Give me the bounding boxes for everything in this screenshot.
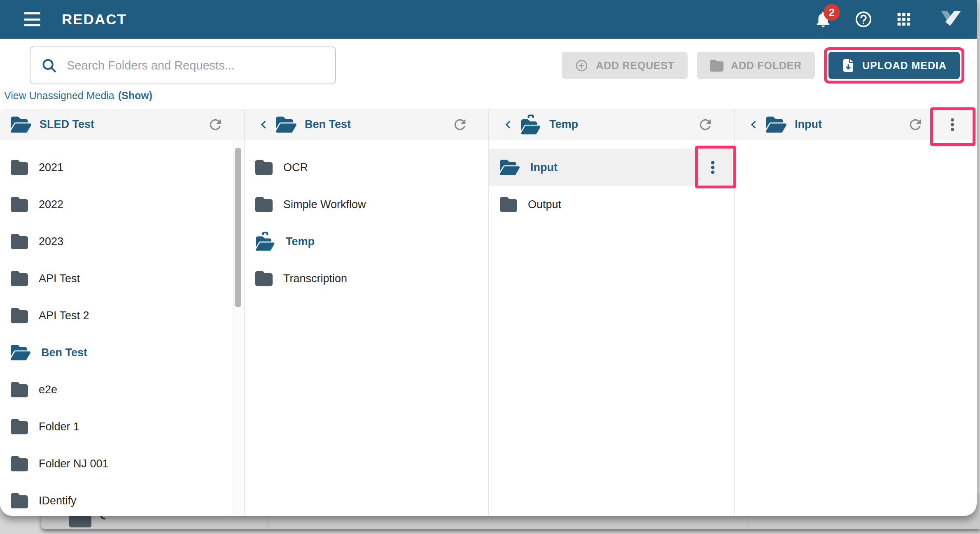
open-folder-icon xyxy=(500,158,520,176)
scrollbar-thumb[interactable] xyxy=(235,148,241,307)
folder-label: Ben Test xyxy=(41,346,87,359)
folder-row-input-selected[interactable]: Input xyxy=(489,149,734,186)
column-title: Input xyxy=(795,118,822,131)
search-box xyxy=(30,46,336,84)
column-title: Ben Test xyxy=(305,118,351,131)
refresh-icon xyxy=(697,116,714,133)
background-folder-fragment xyxy=(69,516,91,527)
back-button[interactable] xyxy=(745,116,762,133)
chevron-left-icon xyxy=(500,117,516,132)
add-request-label: ADD REQUEST xyxy=(596,60,674,72)
folder-label: Output xyxy=(528,198,561,211)
folder-row[interactable]: OCR xyxy=(245,149,488,186)
notifications-button[interactable]: 2 xyxy=(814,10,833,29)
toolbar-buttons: ADD REQUEST ADD FOLDER UPLOAD MEDIA xyxy=(562,46,964,84)
folder-row[interactable]: Output xyxy=(489,186,734,223)
toolbar-row: ADD REQUEST ADD FOLDER UPLOAD MEDIA View… xyxy=(0,39,977,109)
notification-badge: 2 xyxy=(824,4,840,21)
column-header: Ben Test xyxy=(245,109,488,140)
chevron-left-icon xyxy=(256,117,271,132)
file-upload-icon xyxy=(842,59,855,72)
back-button[interactable] xyxy=(255,116,272,133)
folder-column-sled-test: SLED Test 2021 2022 2023 API Test API Te… xyxy=(0,109,245,516)
open-folder-icon xyxy=(276,115,296,134)
folder-label: Folder 1 xyxy=(39,420,79,433)
topbar-icons: 2 xyxy=(814,8,964,30)
upload-media-label: UPLOAD MEDIA xyxy=(862,60,947,72)
top-app-bar: REDACT 2 xyxy=(0,0,977,39)
folder-icon xyxy=(255,196,273,213)
folder-row[interactable]: 2021 xyxy=(0,149,244,186)
folder-list: Input Output xyxy=(489,140,734,223)
help-icon xyxy=(854,10,873,29)
folder-label: Simple Workflow xyxy=(283,198,366,211)
app-window: REDACT 2 ADD xyxy=(0,0,977,516)
refresh-button[interactable] xyxy=(207,116,224,133)
folder-row[interactable]: Folder NJ 001 xyxy=(0,445,244,482)
folder-icon xyxy=(255,270,273,287)
folder-row[interactable]: 2022 xyxy=(0,186,244,223)
folder-icon xyxy=(11,455,28,472)
folder-row-ben-test-open[interactable]: Ben Test xyxy=(0,334,244,371)
folder-icon xyxy=(710,59,723,72)
folder-label: Folder NJ 001 xyxy=(39,457,109,470)
upload-media-button[interactable]: UPLOAD MEDIA xyxy=(828,52,960,79)
folder-row[interactable]: 2023 xyxy=(0,223,244,260)
work-folder-icon xyxy=(255,231,275,252)
folder-icon xyxy=(11,233,28,250)
folder-label: OCR xyxy=(283,161,308,174)
folder-icon xyxy=(11,381,28,398)
folder-row[interactable]: Folder 1 xyxy=(0,408,244,445)
highlight-box-upload-media: UPLOAD MEDIA xyxy=(824,47,964,84)
folder-row[interactable]: API Test xyxy=(0,260,244,297)
scrollbar-track xyxy=(233,140,243,516)
column-title: SLED Test xyxy=(40,118,94,131)
view-unassigned-media-link[interactable]: View Unassigned Media(Show) xyxy=(4,90,152,102)
folder-label: 2021 xyxy=(39,161,63,174)
refresh-button[interactable] xyxy=(907,116,924,133)
folder-icon xyxy=(11,159,28,176)
apps-grid-icon xyxy=(894,10,913,29)
kebab-menu-icon xyxy=(705,159,721,176)
app-title: REDACT xyxy=(62,11,127,28)
folder-row[interactable]: Simple Workflow xyxy=(245,186,488,223)
open-folder-icon xyxy=(11,115,31,134)
folder-row-temp-open[interactable]: Temp xyxy=(245,223,488,260)
refresh-icon xyxy=(907,116,924,133)
refresh-icon xyxy=(452,116,468,133)
folder-label: e2e xyxy=(39,383,57,396)
folder-label: API Test xyxy=(39,272,80,285)
folder-row[interactable]: e2e xyxy=(0,371,244,408)
column-options-button[interactable] xyxy=(944,116,961,133)
folder-row[interactable]: IDentify xyxy=(0,482,244,516)
refresh-button[interactable] xyxy=(697,116,714,133)
add-folder-button[interactable]: ADD FOLDER xyxy=(697,52,815,79)
folder-row[interactable]: API Test 2 xyxy=(0,297,244,334)
folder-label: Temp xyxy=(286,235,315,248)
column-header: Temp xyxy=(489,109,734,140)
work-folder-icon xyxy=(520,114,541,135)
column-title: Temp xyxy=(549,118,578,131)
refresh-icon xyxy=(207,116,224,133)
refresh-button[interactable] xyxy=(451,116,469,133)
folder-icon xyxy=(11,196,28,213)
folder-icon xyxy=(11,418,28,435)
help-button[interactable] xyxy=(854,10,873,29)
search-input[interactable] xyxy=(66,58,324,73)
folder-icon xyxy=(11,492,28,509)
folder-options-button[interactable] xyxy=(704,159,721,176)
folder-column-input: Input xyxy=(735,109,977,516)
kebab-menu-icon xyxy=(944,116,961,133)
folder-row[interactable]: Transcription xyxy=(245,260,488,297)
add-circle-icon xyxy=(575,59,588,72)
add-request-button[interactable]: ADD REQUEST xyxy=(562,52,688,79)
folder-icon xyxy=(255,159,273,176)
app-switcher-button[interactable] xyxy=(894,10,913,29)
folder-label: 2023 xyxy=(39,235,63,248)
folder-label: API Test 2 xyxy=(39,309,89,322)
hamburger-menu-icon[interactable] xyxy=(24,12,40,26)
folder-list-empty xyxy=(735,140,977,149)
folder-column-temp: Temp Input Output xyxy=(489,109,735,516)
back-button[interactable] xyxy=(500,116,516,133)
unassigned-show-action: (Show) xyxy=(118,90,152,101)
